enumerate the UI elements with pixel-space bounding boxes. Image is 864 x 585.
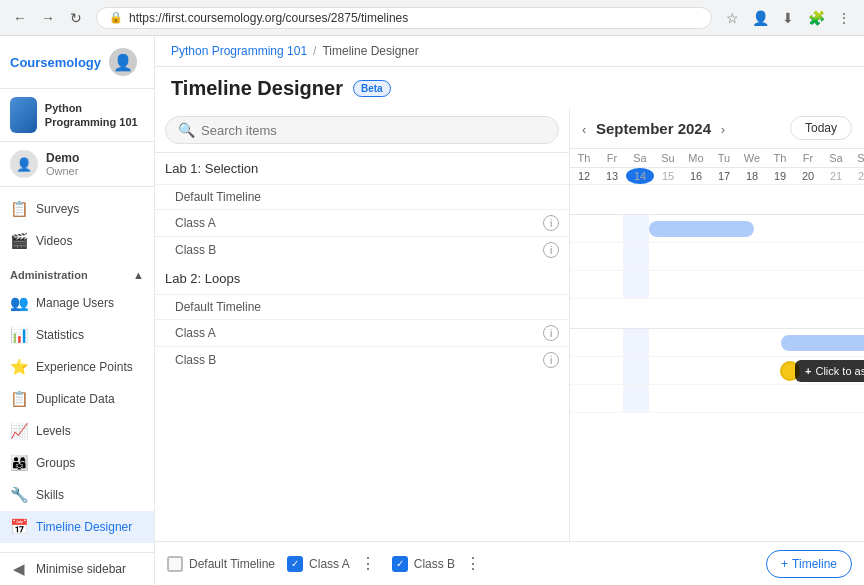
lab-2-class-a-info[interactable]: i [543,325,559,341]
timeline-title: Timeline Designer [171,77,343,100]
calendar-scroll[interactable]: ThFrSaSuMoTuWeThFrSaSuMoTuWeThFrSaSuMo 1… [570,149,864,541]
class-a-dots-button[interactable]: ⋮ [356,552,380,576]
gantt-data-row[interactable] [570,329,864,357]
cal-header-0: Th [570,149,598,167]
today-button[interactable]: Today [790,116,852,140]
timeline-body: 🔍 Lab 1: Selection Default Timeline [155,108,864,541]
back-button[interactable]: ← [8,6,32,30]
next-month-button[interactable]: › [721,122,725,137]
lab-1-class-a-row: Class A i [155,209,569,236]
cal-header-3: Su [654,149,682,167]
lab-2-class-a-label: Class A [175,326,543,340]
left-panel: 🔍 Lab 1: Selection Default Timeline [155,108,570,541]
cal-header-5: Tu [710,149,738,167]
search-input-wrap[interactable]: 🔍 [165,116,559,144]
cal-date-14: 14 [626,168,654,184]
class-b-checkbox[interactable]: ✓ [392,556,408,572]
menu-button[interactable]: ⋮ [832,6,856,30]
gantt-bar[interactable] [649,221,754,237]
class-a-filter: ✓ Class A ⋮ [287,552,380,576]
gantt-data-row[interactable] [570,243,864,271]
cal-date-12: 12 [570,168,598,184]
cal-header-1: Fr [598,149,626,167]
lab-1-default-timeline-row: Default Timeline [155,184,569,209]
sidebar-item-surveys[interactable]: 📋 Surveys [0,193,154,225]
breadcrumb-separator: / [313,44,316,58]
videos-icon: 🎬 [10,232,28,250]
lab-1-class-b-info[interactable]: i [543,242,559,258]
url-text: https://first.coursemology.org/courses/2… [129,11,699,25]
course-name: Python Programming 101 [45,101,144,130]
admin-collapse-icon: ▲ [133,269,144,281]
course-item[interactable]: Python Programming 101 [0,89,154,142]
refresh-button[interactable]: ↻ [64,6,88,30]
breadcrumb-course[interactable]: Python Programming 101 [171,44,307,58]
forward-button[interactable]: → [36,6,60,30]
account-button[interactable]: 👤 [748,6,772,30]
gantt-bar[interactable] [781,335,864,351]
cal-header-6: We [738,149,766,167]
cal-date-16: 16 [682,168,710,184]
default-timeline-filter: Default Timeline [167,556,275,572]
extension-button[interactable]: 🧩 [804,6,828,30]
sidebar-item-levels[interactable]: 📈 Levels [0,415,154,447]
lab-1-rows: Default Timeline Class A i Class B i [155,184,569,263]
search-bar: 🔍 [155,108,569,153]
admin-header[interactable]: Administration ▲ [0,263,154,287]
app: Coursemology 👤 Python Programming 101 👤 … [0,36,864,585]
bookmark-button[interactable]: ☆ [720,6,744,30]
address-bar[interactable]: 🔒 https://first.coursemology.org/courses… [96,7,712,29]
gantt-lab-header [570,299,864,329]
gantt-data-row[interactable] [570,385,864,413]
statistics-icon: 📊 [10,326,28,344]
sidebar-item-groups[interactable]: 👨‍👩‍👧 Groups [0,447,154,479]
lab-2-default-timeline-row: Default Timeline [155,294,569,319]
nav-buttons: ← → ↻ [8,6,88,30]
add-timeline-button[interactable]: + Timeline [766,550,852,578]
sidebar-item-experience-points[interactable]: ⭐ Experience Points [0,351,154,383]
cal-date-19: 19 [766,168,794,184]
lab-1-class-b-row: Class B i [155,236,569,263]
class-a-checkbox[interactable]: ✓ [287,556,303,572]
duplicate-data-icon: 📋 [10,390,28,408]
cal-header-9: Sa [822,149,850,167]
cal-date-20: 20 [794,168,822,184]
manage-users-icon: 👥 [10,294,28,312]
cal-date-22: 22 [850,168,864,184]
breadcrumb: Python Programming 101 / Timeline Design… [155,36,864,67]
minimise-sidebar-button[interactable]: ◀ Minimise sidebar [0,553,154,585]
lab-2-class-b-info[interactable]: i [543,352,559,368]
beta-badge: Beta [353,80,391,97]
sidebar-item-skills[interactable]: 🔧 Skills [0,479,154,511]
lab-1-class-a-info[interactable]: i [543,215,559,231]
admin-section: Administration ▲ 👥 Manage Users 📊 Statis… [0,263,154,543]
search-input[interactable] [201,123,546,138]
sidebar-item-timeline-designer[interactable]: 📅 Timeline Designer [0,511,154,543]
calendar-panel: ‹ September 2024 › Today ThFrSaSuMoTuWeT… [570,108,864,541]
sidebar-item-duplicate-data[interactable]: 📋 Duplicate Data [0,383,154,415]
videos-label: Videos [36,234,72,248]
groups-icon: 👨‍👩‍👧 [10,454,28,472]
class-b-filter-label: Class B [414,557,455,571]
duplicate-data-label: Duplicate Data [36,392,115,406]
calendar-header-row: ThFrSaSuMoTuWeThFrSaSuMoTuWeThFrSaSuMo [570,149,864,168]
class-b-dots-button[interactable]: ⋮ [461,552,485,576]
sidebar-item-videos[interactable]: 🎬 Videos [0,225,154,257]
gantt-data-row[interactable]: +Click to assign a time here [570,357,864,385]
default-timeline-checkbox[interactable] [167,556,183,572]
sidebar-item-statistics[interactable]: 📊 Statistics [0,319,154,351]
cal-header-2: Sa [626,149,654,167]
surveys-icon: 📋 [10,200,28,218]
download-button[interactable]: ⬇ [776,6,800,30]
bottom-bar: Default Timeline ✓ Class A ⋮ ✓ Class B ⋮… [155,541,864,585]
prev-month-button[interactable]: ‹ [582,122,586,137]
sidebar-item-manage-users[interactable]: 👥 Manage Users [0,287,154,319]
user-avatar-top[interactable]: 👤 [109,48,137,76]
lab-name-1: Lab 1: Selection [165,161,258,176]
user-name: Demo [46,151,79,165]
sidebar: Coursemology 👤 Python Programming 101 👤 … [0,36,155,585]
gantt-data-row[interactable] [570,215,864,243]
timeline-designer-icon: 📅 [10,518,28,536]
gantt-data-row[interactable] [570,271,864,299]
add-timeline-label: Timeline [792,557,837,571]
